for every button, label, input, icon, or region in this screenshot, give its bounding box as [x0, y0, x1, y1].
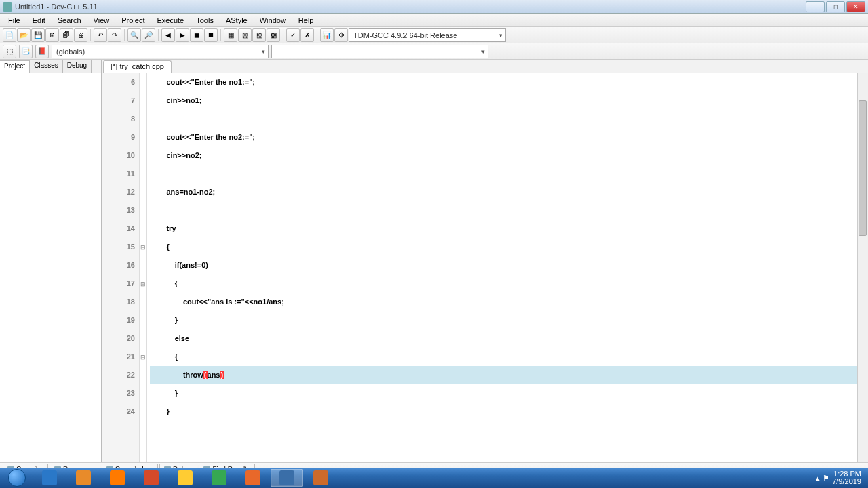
- toolbar-button[interactable]: ▦: [224, 28, 237, 42]
- toolbar-separator: [220, 29, 221, 41]
- menu-edit[interactable]: Edit: [27, 15, 51, 26]
- menu-tools[interactable]: Tools: [191, 15, 219, 26]
- code-editor[interactable]: 6789101112131415161718192021222324 ⊟⊟⊟ c…: [102, 73, 868, 462]
- toolbar-button[interactable]: 📕: [35, 45, 49, 58]
- toolbar-button[interactable]: 🔍: [127, 28, 141, 42]
- taskbar-item[interactable]: [304, 469, 337, 487]
- minimize-button[interactable]: ─: [806, 1, 825, 12]
- start-button[interactable]: [1, 468, 33, 488]
- menu-view[interactable]: View: [88, 15, 115, 26]
- toolbar-button[interactable]: 📄: [3, 28, 16, 42]
- vertical-scrollbar[interactable]: [857, 73, 868, 462]
- taskbar-clock[interactable]: 1:28 PM7/9/2019: [832, 470, 861, 485]
- menu-window[interactable]: Window: [254, 15, 292, 26]
- taskbar-item[interactable]: [33, 469, 66, 487]
- toolbar-button[interactable]: ✗: [300, 28, 314, 42]
- toolbar-button[interactable]: ↷: [108, 28, 121, 42]
- tray-flag-icon[interactable]: ⚑: [823, 474, 829, 483]
- close-button[interactable]: ✕: [846, 1, 865, 12]
- main-toolbar: 📄📂💾🗎🗐🖨↶↷🔍🔎◀▶◼⏹▦▧▨▩✓✗📊⚙TDM-GCC 4.9.2 64-b…: [0, 27, 868, 43]
- scrollbar-thumb[interactable]: [859, 100, 867, 236]
- code-text[interactable]: cout<<"Enter the no1:="; cin>>no1; cout<…: [147, 73, 857, 462]
- taskbar-app-icon: [212, 470, 226, 485]
- menu-help[interactable]: Help: [293, 15, 319, 26]
- toolbar-button[interactable]: 💾: [31, 28, 45, 42]
- toolbar-separator: [158, 29, 159, 41]
- toolbar-button[interactable]: 📊: [320, 28, 334, 42]
- taskbar-item[interactable]: [237, 469, 269, 487]
- toolbar-button[interactable]: ◀: [161, 28, 175, 42]
- menu-search[interactable]: Search: [52, 15, 87, 26]
- menu-file[interactable]: File: [3, 15, 26, 26]
- fold-column[interactable]: ⊟⊟⊟: [139, 73, 147, 462]
- toolbar-button[interactable]: ◼: [190, 28, 203, 42]
- toolbar-button[interactable]: ⬚: [3, 45, 16, 58]
- windows-orb-icon: [8, 469, 26, 487]
- member-combo[interactable]: [271, 45, 488, 58]
- taskbar-item[interactable]: [101, 469, 134, 487]
- toolbar-button[interactable]: ⚙: [334, 28, 348, 42]
- taskbar-app-icon: [42, 470, 57, 485]
- toolbar-button[interactable]: 📑: [19, 45, 33, 58]
- taskbar-item[interactable]: [169, 469, 201, 487]
- toolbar-separator: [90, 29, 91, 41]
- toolbar-button[interactable]: 🗐: [60, 28, 73, 42]
- menu-execute[interactable]: Execute: [151, 15, 189, 26]
- taskbar-item[interactable]: [135, 469, 167, 487]
- app-icon: [3, 2, 12, 12]
- editor-area: [*] try_catch.cpp 6789101112131415161718…: [102, 60, 868, 462]
- toolbar-button[interactable]: ✓: [286, 28, 300, 42]
- file-tabs: [*] try_catch.cpp: [102, 60, 868, 73]
- panel-tab-classes[interactable]: Classes: [30, 60, 63, 73]
- menu-astyle[interactable]: AStyle: [220, 15, 253, 26]
- toolbar-button[interactable]: ⏹: [204, 28, 218, 42]
- system-tray[interactable]: ▴ ⚑ 1:28 PM7/9/2019: [810, 470, 867, 485]
- window-title: Untitled1 - Dev-C++ 5.11: [15, 3, 806, 11]
- compiler-combo[interactable]: TDM-GCC 4.9.2 64-bit Release: [349, 28, 506, 42]
- maximize-button[interactable]: ◻: [826, 1, 845, 12]
- left-panel: ProjectClassesDebug: [0, 60, 102, 462]
- toolbar-button[interactable]: 🗎: [45, 28, 59, 42]
- window-controls: ─ ◻ ✕: [806, 1, 865, 12]
- taskbar-app-icon: [245, 470, 260, 485]
- main-panels: ProjectClassesDebug [*] try_catch.cpp 67…: [0, 60, 868, 462]
- toolbar-button[interactable]: 🔎: [142, 28, 155, 42]
- toolbar-separator: [124, 29, 125, 41]
- taskbar-app-icon: [313, 470, 328, 485]
- menu-bar: FileEditSearchViewProjectExecuteToolsASt…: [0, 14, 868, 27]
- line-gutter: 6789101112131415161718192021222324: [102, 73, 139, 462]
- toolbar-button[interactable]: ▶: [176, 28, 189, 42]
- toolbar-button[interactable]: 🖨: [74, 28, 87, 42]
- toolbar-separator: [317, 29, 317, 41]
- taskbar-item[interactable]: [203, 469, 235, 487]
- file-tab[interactable]: [*] try_catch.cpp: [103, 60, 172, 73]
- toolbar-button[interactable]: ▧: [238, 28, 252, 42]
- toolbar-separator: [283, 29, 283, 41]
- toolbar-button[interactable]: 📂: [17, 28, 31, 42]
- panel-tab-debug[interactable]: Debug: [63, 60, 92, 73]
- taskbar-item[interactable]: [67, 469, 100, 487]
- tray-chevron-icon[interactable]: ▴: [816, 474, 820, 483]
- taskbar-app-icon: [144, 470, 159, 485]
- title-bar: Untitled1 - Dev-C++ 5.11 ─ ◻ ✕: [0, 0, 868, 14]
- menu-project[interactable]: Project: [116, 15, 150, 26]
- toolbar-button[interactable]: ↶: [94, 28, 107, 42]
- taskbar: ▴ ⚑ 1:28 PM7/9/2019: [0, 468, 868, 488]
- taskbar-app-icon: [279, 470, 294, 485]
- toolbar-button[interactable]: ▨: [252, 28, 266, 42]
- scope-combo[interactable]: (globals): [52, 45, 269, 58]
- secondary-toolbar: ⬚📑📕(globals): [0, 43, 868, 60]
- panel-tab-project[interactable]: Project: [0, 60, 30, 73]
- taskbar-app-icon: [110, 470, 125, 485]
- taskbar-item[interactable]: [271, 469, 303, 487]
- panel-tabs: ProjectClassesDebug: [0, 60, 101, 73]
- taskbar-app-icon: [178, 470, 193, 485]
- taskbar-app-icon: [76, 470, 91, 485]
- toolbar-button[interactable]: ▩: [267, 28, 280, 42]
